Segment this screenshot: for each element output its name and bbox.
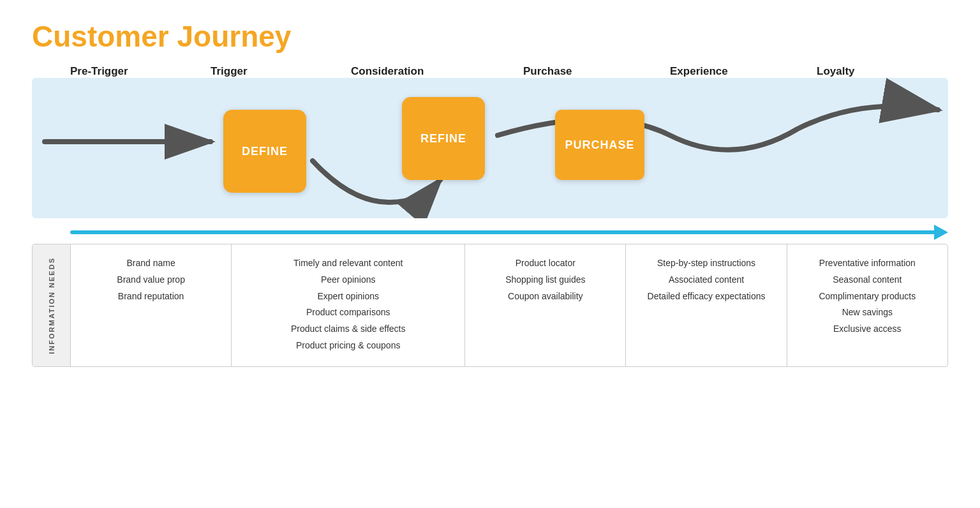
info-label-col: INFORMATION NEEDS: [33, 244, 71, 366]
blue-arrow-line: [70, 230, 934, 234]
purchase-item-1: Shopping list guides: [473, 273, 618, 288]
info-label-text: INFORMATION NEEDS: [48, 257, 56, 354]
info-col-purchase: Product locator Shopping list guides Cou…: [465, 244, 626, 366]
stage-header-experience: Experience: [670, 65, 817, 78]
trigger-item-2: Expert opinions: [239, 289, 457, 304]
experience-item-0: Step-by-step instructions: [634, 256, 778, 271]
page-title: Customer Journey: [32, 19, 948, 54]
pretrigger-item-1: Brand value prop: [78, 273, 223, 288]
stage-header-purchase: Purchase: [523, 65, 670, 78]
stage-header-consideration: Consideration: [351, 65, 523, 78]
loyalty-item-0: Preventative information: [795, 256, 940, 271]
info-cols: Brand name Brand value prop Brand reputa…: [71, 244, 947, 366]
loyalty-item-4: Exclusive access: [795, 322, 940, 337]
trigger-item-3: Product comparisons: [239, 305, 457, 320]
journey-diagram: DEFINE REFINE PURCHASE: [32, 78, 948, 218]
info-col-loyalty: Preventative information Seasonal conten…: [787, 244, 947, 366]
journey-arrows-svg: [32, 78, 948, 218]
pretrigger-item-2: Brand reputation: [78, 289, 223, 304]
info-col-experience: Step-by-step instructions Associated con…: [626, 244, 787, 366]
stage-header-loyalty: Loyalty: [817, 65, 944, 78]
loyalty-item-3: New savings: [795, 305, 940, 320]
experience-item-1: Associated content: [634, 273, 778, 288]
trigger-item-4: Product claims & side effects: [239, 322, 457, 337]
info-section: INFORMATION NEEDS Brand name Brand value…: [32, 244, 948, 367]
pretrigger-item-0: Brand name: [78, 256, 223, 271]
trigger-item-0: Timely and relevant content: [239, 256, 457, 271]
trigger-item-5: Product pricing & coupons: [239, 338, 457, 354]
purchase-item-2: Coupon availability: [473, 289, 618, 304]
info-col-trigger-consideration: Timely and relevant content Peer opinion…: [232, 244, 465, 366]
info-col-pretrigger: Brand name Brand value prop Brand reputa…: [71, 244, 232, 366]
blue-arrow-head: [934, 225, 948, 240]
stage-header-pretrigger: Pre-Trigger: [70, 65, 211, 78]
purchase-item-0: Product locator: [473, 256, 618, 271]
blue-arrow-row: [70, 225, 948, 240]
experience-item-2: Detailed efficacy expectations: [634, 289, 778, 304]
define-box: DEFINE: [223, 110, 306, 193]
stage-header-trigger: Trigger: [211, 65, 351, 78]
refine-box: REFINE: [402, 97, 485, 180]
purchase-box: PURCHASE: [555, 110, 644, 180]
trigger-item-1: Peer opinions: [239, 273, 457, 288]
loyalty-item-1: Seasonal content: [795, 273, 940, 288]
loyalty-item-2: Complimentary products: [795, 289, 940, 304]
stage-headers: Pre-Trigger Trigger Consideration Purcha…: [70, 65, 948, 78]
